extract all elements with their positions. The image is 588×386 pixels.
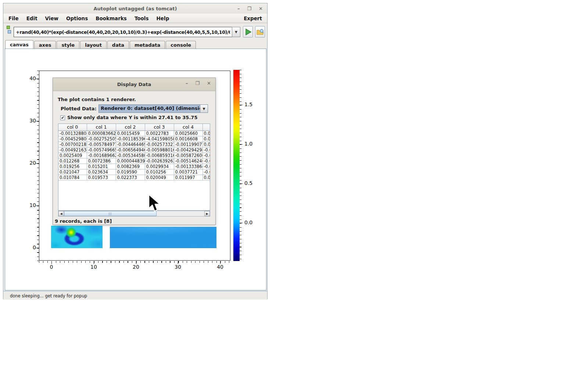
table-cell[interactable]: 0.00 bbox=[202, 142, 210, 147]
table-cell[interactable]: 0.010256 bbox=[145, 169, 174, 175]
table-cell[interactable]: 0.021047 bbox=[58, 169, 87, 175]
table-cell[interactable]: 0.011997 bbox=[174, 175, 202, 180]
tab-console[interactable]: console bbox=[166, 41, 196, 49]
dialog-maximize-icon[interactable]: ❐ bbox=[195, 81, 200, 86]
table-column-header[interactable]: col 0 bbox=[58, 124, 87, 131]
table-cell[interactable]: 0.0016608 bbox=[174, 136, 202, 142]
table-cell[interactable]: -0.004464469... bbox=[116, 142, 145, 147]
inspect-uri-button[interactable] bbox=[255, 26, 265, 37]
menu-options[interactable]: Options bbox=[66, 15, 88, 21]
table-cell[interactable]: -4.041598058... bbox=[145, 136, 174, 142]
uri-input[interactable] bbox=[14, 27, 232, 37]
table-column-header[interactable]: col 4 bbox=[174, 124, 202, 131]
table-cell[interactable]: -0.001333864... bbox=[174, 164, 202, 169]
menu-bookmarks[interactable]: Bookmarks bbox=[96, 15, 127, 21]
minimize-icon[interactable]: – bbox=[237, 6, 240, 11]
close-icon[interactable]: ✕ bbox=[259, 6, 263, 11]
table-cell[interactable]: 0.0072386 bbox=[87, 158, 116, 164]
table-cell[interactable]: 0.020049 bbox=[145, 175, 174, 180]
table-row[interactable]: 0.0210470.0236340.0195900.0102560.003772… bbox=[58, 169, 210, 175]
table-cell[interactable]: 0.022373 bbox=[116, 175, 145, 180]
table-cell[interactable]: -0.0 bbox=[202, 147, 210, 153]
table-row[interactable]: 0.0122680.00723860.000044839-0.002639263… bbox=[58, 158, 210, 164]
table-cell[interactable]: -0.002752505... bbox=[87, 136, 116, 142]
menu-help[interactable]: Help bbox=[157, 15, 169, 21]
tab-layout[interactable]: layout bbox=[80, 41, 107, 49]
filter-checkbox[interactable]: ✔ bbox=[60, 115, 65, 120]
dialog-close-icon[interactable]: ✕ bbox=[207, 81, 211, 86]
table-column-header[interactable]: col 2 bbox=[116, 124, 145, 131]
table-cell[interactable]: 0.019573 bbox=[87, 175, 116, 180]
datasource-icon[interactable] bbox=[7, 26, 12, 35]
combo-chevron-down-icon[interactable]: ▼ bbox=[200, 105, 208, 112]
table-cell[interactable]: -0.004921634... bbox=[58, 147, 87, 153]
table-row[interactable]: -0.004921634...-0.005749665...-0.0065649… bbox=[58, 147, 210, 153]
table-cell[interactable]: -0.0 bbox=[202, 158, 210, 164]
table-column-header[interactable]: col 1 bbox=[87, 124, 116, 131]
table-cell[interactable]: 0.00 bbox=[202, 175, 210, 180]
table-cell[interactable]: 0.0037721 bbox=[174, 169, 202, 175]
tab-metadata[interactable]: metadata bbox=[130, 41, 165, 49]
dialog-title-bar[interactable]: Display Data – ❐ ✕ bbox=[53, 78, 215, 91]
table-cell[interactable]: 0.019256 bbox=[58, 164, 87, 169]
table-cell[interactable]: 0.0029934 bbox=[145, 164, 174, 169]
table-column-header[interactable]: col 3 bbox=[145, 124, 174, 131]
table-cell[interactable]: -0.005146240... bbox=[174, 158, 202, 164]
table-cell[interactable]: 0.000083662 bbox=[87, 131, 116, 136]
table-cell[interactable]: -0.001185396... bbox=[116, 136, 145, 142]
table-row[interactable]: -0.004529800...-0.002752505...-0.0011853… bbox=[58, 136, 210, 142]
table-cell[interactable]: -0.006859316... bbox=[145, 153, 174, 158]
table-cell[interactable]: -0.005784977... bbox=[87, 142, 116, 147]
scroll-left-icon[interactable]: ◀ bbox=[58, 211, 64, 216]
tab-canvas[interactable]: canvas bbox=[5, 40, 33, 49]
plotted-data-select[interactable]: Renderer 0: dataset[40,40] (dimension...… bbox=[98, 104, 208, 113]
table-cell[interactable]: -0.005749665... bbox=[87, 147, 116, 153]
scroll-right-icon[interactable]: ▶ bbox=[204, 211, 210, 216]
table-cell[interactable]: 0.0082369 bbox=[116, 164, 145, 169]
table-row[interactable]: 0.0025409-0.001689662...-0.005344580...-… bbox=[58, 153, 210, 158]
table-row[interactable]: -0.007002187...-0.005784977...-0.0044644… bbox=[58, 142, 210, 147]
table-cell[interactable]: -0.005988016... bbox=[145, 147, 174, 153]
table-cell[interactable]: 0.00 bbox=[202, 136, 210, 142]
expert-toggle[interactable]: Expert bbox=[244, 15, 262, 21]
table-cell[interactable]: -0.0 bbox=[202, 164, 210, 169]
table-cell[interactable]: 0.00 bbox=[202, 131, 210, 136]
tab-axes[interactable]: axes bbox=[34, 41, 56, 49]
table-row[interactable]: 0.0107840.0195730.0223730.0200490.011997… bbox=[58, 175, 210, 180]
data-table[interactable]: col 0col 1col 2col 3col 4 -0.001328804..… bbox=[58, 124, 210, 211]
horizontal-scrollbar[interactable]: ◀ ▶ bbox=[58, 211, 210, 217]
table-cell[interactable]: -0.005872606... bbox=[174, 153, 202, 158]
menu-tools[interactable]: Tools bbox=[135, 15, 149, 21]
table-cell[interactable]: -0.0 bbox=[202, 153, 210, 158]
uri-dropdown-button[interactable]: ▼ bbox=[232, 27, 240, 37]
table-cell[interactable]: -0.001199077... bbox=[174, 142, 202, 147]
table-cell[interactable]: 0.000044839 bbox=[116, 158, 145, 164]
table-cell[interactable]: 0.012268 bbox=[58, 158, 87, 164]
tab-style[interactable]: style bbox=[57, 41, 79, 49]
table-cell[interactable]: 0.023634 bbox=[87, 169, 116, 175]
table-cell[interactable]: -0.0 bbox=[202, 169, 210, 175]
table-cell[interactable]: -0.004294298... bbox=[174, 147, 202, 153]
table-cell[interactable]: 0.0025409 bbox=[58, 153, 87, 158]
tab-data[interactable]: data bbox=[107, 41, 129, 49]
table-cell[interactable]: 0.0022783 bbox=[145, 131, 174, 136]
table-row[interactable]: 0.0192560.0152010.00823690.0029934-0.001… bbox=[58, 164, 210, 169]
table-cell[interactable]: -0.002573321... bbox=[145, 142, 174, 147]
table-cell[interactable]: 0.019590 bbox=[116, 169, 145, 175]
table-cell[interactable]: -0.005344580... bbox=[116, 153, 145, 158]
menu-view[interactable]: View bbox=[45, 15, 58, 21]
title-bar[interactable]: Autoplot untagged (as tomcat) – ❐ ✕ bbox=[3, 3, 267, 14]
menu-edit[interactable]: Edit bbox=[26, 15, 37, 21]
table-cell[interactable]: 0.010784 bbox=[58, 175, 87, 180]
table-cell[interactable]: -0.006564946... bbox=[116, 147, 145, 153]
menu-file[interactable]: File bbox=[8, 15, 19, 21]
table-row[interactable]: -0.001328804...0.0000836620.00154590.002… bbox=[58, 131, 210, 136]
table-cell[interactable]: -0.001328804... bbox=[58, 131, 87, 136]
maximize-icon[interactable]: ❐ bbox=[247, 6, 251, 11]
table-cell[interactable]: -0.002639263... bbox=[145, 158, 174, 164]
table-cell[interactable]: -0.004529800... bbox=[58, 136, 87, 142]
table-cell[interactable]: -0.001689662... bbox=[87, 153, 116, 158]
table-cell[interactable]: 0.0025660 bbox=[174, 131, 202, 136]
table-cell[interactable]: 0.0015459 bbox=[116, 131, 145, 136]
table-cell[interactable]: 0.015201 bbox=[87, 164, 116, 169]
